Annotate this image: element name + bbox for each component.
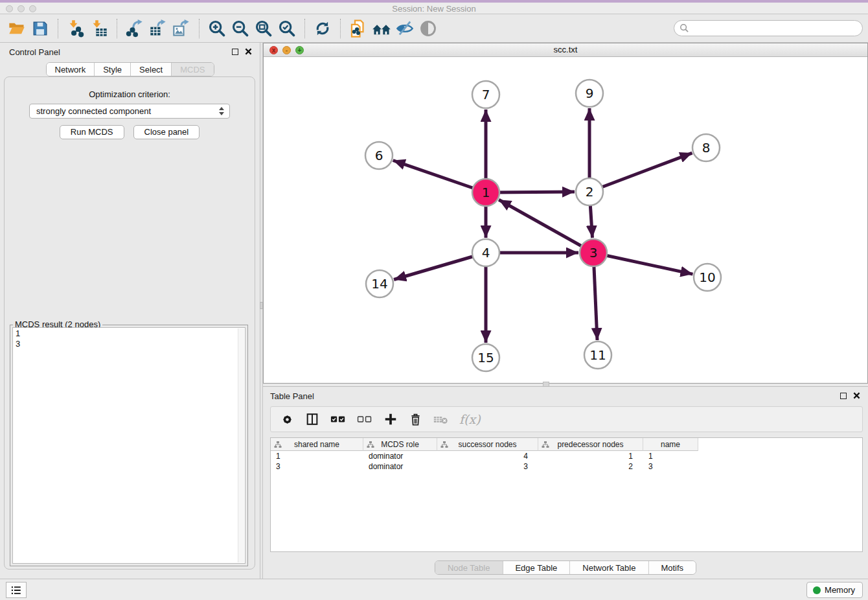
home-view-button[interactable] bbox=[370, 17, 393, 40]
table-cell: 3 bbox=[437, 461, 538, 472]
result-item[interactable]: 3 bbox=[16, 339, 242, 349]
column-header-successor-nodes[interactable]: successor nodes bbox=[437, 438, 538, 451]
tab-mcds[interactable]: MCDS bbox=[172, 63, 213, 76]
column-header-predecessor-nodes[interactable]: predecessor nodes bbox=[538, 438, 643, 451]
graph-node-9[interactable]: 9 bbox=[576, 80, 603, 107]
window-controls bbox=[6, 5, 36, 12]
import-network-icon bbox=[67, 19, 85, 38]
toolbar-separator bbox=[304, 19, 305, 38]
delete-column-trash-icon[interactable] bbox=[409, 413, 422, 426]
graph-node-4[interactable]: 4 bbox=[472, 239, 499, 266]
delete-table-icon[interactable] bbox=[433, 414, 448, 425]
tab-network[interactable]: Network bbox=[46, 63, 95, 76]
zoom-out-button[interactable] bbox=[229, 17, 252, 40]
save-session-button[interactable] bbox=[29, 17, 52, 40]
table-cell: dominator bbox=[363, 461, 437, 472]
network-minimize-button[interactable]: - bbox=[282, 46, 291, 54]
toolbar-separator bbox=[58, 19, 58, 38]
tab-select[interactable]: Select bbox=[131, 63, 172, 76]
minimize-window-button[interactable] bbox=[17, 5, 25, 12]
result-scrollbar[interactable] bbox=[238, 329, 244, 562]
result-item[interactable]: 1 bbox=[16, 329, 242, 339]
graph-node-15[interactable]: 15 bbox=[472, 344, 499, 371]
zoom-in-icon bbox=[208, 19, 226, 38]
search-container bbox=[674, 20, 863, 36]
network-maximize-button[interactable]: + bbox=[295, 46, 304, 54]
toggle-visibility-button[interactable] bbox=[417, 17, 440, 40]
deselect-all-icon[interactable] bbox=[357, 414, 372, 424]
graph-node-2[interactable]: 2 bbox=[576, 178, 603, 205]
search-input[interactable] bbox=[674, 20, 863, 36]
graph-node-14[interactable]: 14 bbox=[366, 270, 393, 297]
control-panel-header: Control Panel bbox=[0, 43, 260, 61]
add-column-icon[interactable] bbox=[383, 412, 398, 426]
table-tab-network-table[interactable]: Network Table bbox=[570, 561, 648, 574]
network-window-titlebar: x - + scc.txt bbox=[264, 43, 867, 57]
svg-text:7: 7 bbox=[482, 87, 490, 102]
close-panel-button[interactable]: Close panel bbox=[133, 125, 200, 139]
graph-node-8[interactable]: 8 bbox=[692, 134, 720, 161]
clone-network-button[interactable] bbox=[347, 17, 370, 40]
optimization-criterion-label: Optimization criterion: bbox=[5, 89, 255, 99]
table-cell: 3 bbox=[643, 461, 698, 472]
close-window-button[interactable] bbox=[6, 5, 13, 12]
node-table: shared nameMCDS rolesuccessor nodesprede… bbox=[270, 437, 863, 552]
table-row[interactable]: 1dominator411 bbox=[271, 451, 862, 461]
graph-node-1[interactable]: 1 bbox=[472, 179, 499, 206]
graph-node-6[interactable]: 6 bbox=[365, 142, 393, 169]
table-panel-header: Table Panel bbox=[263, 387, 868, 405]
graph-edge-3-1[interactable] bbox=[499, 200, 593, 253]
zoom-fit-button[interactable] bbox=[252, 17, 275, 40]
export-network-button[interactable] bbox=[123, 17, 146, 40]
memory-button[interactable]: Memory bbox=[806, 582, 863, 598]
control-panel-tabs: NetworkStyleSelectMCDS bbox=[45, 62, 214, 76]
network-canvas[interactable]: 1234678910111415 bbox=[264, 57, 867, 383]
mcds-tab-content: Optimization criterion: strongly connect… bbox=[4, 76, 255, 570]
graph-node-3[interactable]: 3 bbox=[580, 239, 607, 266]
graph-edge-2-8[interactable] bbox=[589, 153, 692, 192]
column-header-mcds-role[interactable]: MCDS role bbox=[363, 438, 437, 451]
tab-style[interactable]: Style bbox=[95, 63, 131, 76]
float-panel-button[interactable] bbox=[232, 49, 238, 55]
mcds-result-list[interactable]: 13 bbox=[12, 327, 246, 564]
run-mcds-button[interactable]: Run MCDS bbox=[60, 125, 124, 139]
close-table-panel-icon[interactable] bbox=[853, 392, 860, 399]
graph-node-11[interactable]: 11 bbox=[584, 341, 611, 369]
select-all-icon[interactable] bbox=[330, 414, 346, 424]
export-image-icon bbox=[172, 19, 190, 38]
function-builder-icon[interactable]: f(x) bbox=[459, 412, 481, 426]
task-history-button[interactable] bbox=[6, 582, 27, 598]
svg-text:9: 9 bbox=[586, 86, 594, 101]
table-tab-node-table[interactable]: Node Table bbox=[435, 561, 503, 574]
table-tab-edge-table[interactable]: Edge Table bbox=[503, 561, 570, 574]
graph-node-10[interactable]: 10 bbox=[694, 264, 721, 291]
zoom-window-button[interactable] bbox=[29, 5, 36, 12]
import-table-button[interactable] bbox=[87, 17, 111, 40]
close-panel-icon[interactable] bbox=[245, 48, 252, 55]
svg-text:8: 8 bbox=[702, 140, 711, 156]
svg-text:14: 14 bbox=[371, 276, 387, 292]
graph-edge-3-10[interactable] bbox=[593, 253, 693, 274]
zoom-in-button[interactable] bbox=[205, 17, 229, 40]
columns-settings-gear-icon[interactable] bbox=[280, 413, 294, 426]
zoom-selected-button[interactable] bbox=[275, 17, 299, 40]
svg-text:4: 4 bbox=[482, 245, 490, 260]
hide-selected-button[interactable] bbox=[393, 17, 417, 40]
float-table-panel-button[interactable] bbox=[840, 393, 847, 399]
import-network-button[interactable] bbox=[64, 17, 87, 40]
split-panel-icon[interactable] bbox=[305, 412, 319, 426]
export-table-button[interactable] bbox=[146, 17, 170, 40]
apply-layout-button[interactable] bbox=[311, 17, 334, 40]
graph-edge-1-6[interactable] bbox=[393, 161, 486, 193]
column-header-name[interactable]: name bbox=[643, 438, 698, 451]
table-panel-title: Table Panel bbox=[270, 391, 314, 401]
column-header-shared-name[interactable]: shared name bbox=[271, 438, 363, 451]
export-image-button[interactable] bbox=[170, 17, 193, 40]
open-session-button[interactable] bbox=[5, 17, 29, 40]
table-tab-motifs[interactable]: Motifs bbox=[648, 561, 696, 574]
table-row[interactable]: 3dominator323 bbox=[271, 461, 862, 472]
criterion-select[interactable]: strongly connected component bbox=[29, 104, 230, 119]
clone-network-icon bbox=[348, 19, 368, 38]
graph-node-7[interactable]: 7 bbox=[472, 81, 499, 108]
network-close-button[interactable]: x bbox=[269, 46, 278, 54]
